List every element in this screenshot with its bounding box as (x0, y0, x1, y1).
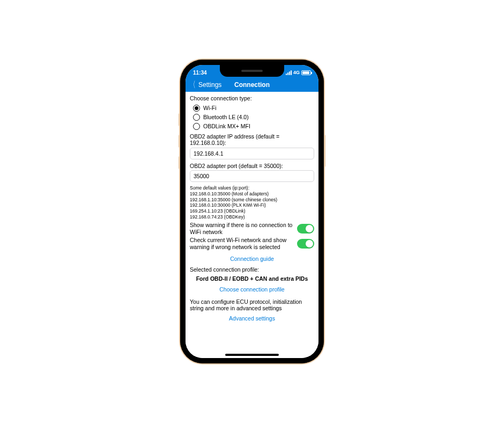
radio-label: Wi-Fi (203, 105, 217, 112)
chevron-left-icon: 〈 (190, 81, 196, 89)
defaults-hint-line: 192.168.0.74:23 (OBDKey) (190, 214, 314, 220)
port-input[interactable] (190, 170, 314, 182)
radio-label: Bluetooth LE (4.0) (203, 114, 249, 121)
toggle-wrong-network-row: Check current Wi-Fi network and show war… (190, 237, 314, 250)
radio-icon (193, 123, 200, 130)
connection-guide-link[interactable]: Connection guide (190, 252, 314, 266)
defaults-hint-title: Some default values (ip:port): (190, 185, 314, 191)
page-title: Connection (234, 81, 270, 89)
toggle-label: Check current Wi-Fi network and show war… (190, 237, 294, 250)
radio-icon (193, 105, 200, 112)
defaults-hint-line: 169.254.1.10:23 (OBDLink) (190, 208, 314, 214)
home-indicator[interactable] (225, 354, 279, 356)
phone-frame: 11:34 4G 〈 Settings Connection Choose co… (180, 60, 324, 363)
radio-bluetooth-le[interactable]: Bluetooth LE (4.0) (190, 113, 314, 122)
toggle-label: Show warning if there is no connection t… (190, 222, 294, 235)
toggle-no-wifi-warning[interactable] (297, 224, 314, 234)
selected-profile-value: Ford OBD-II / EOBD + CAN and extra PIDs (190, 273, 314, 283)
advanced-description: You can configure ECU protocol, initiali… (190, 298, 314, 312)
network-type-label: 4G (293, 70, 300, 75)
radio-icon (193, 114, 200, 121)
defaults-hint-line: 192.168.0.10:35000 (Most of adapters) (190, 191, 314, 197)
screen: 11:34 4G 〈 Settings Connection Choose co… (186, 65, 318, 358)
back-label: Settings (198, 81, 221, 89)
battery-icon (301, 70, 311, 75)
choose-profile-link[interactable]: Choose connection profile (190, 283, 314, 296)
toggle-no-wifi-warning-row: Show warning if there is no connection t… (190, 222, 314, 235)
cellular-signal-icon (286, 70, 292, 75)
defaults-hint-line: 192.168.1.10:35000 (some chinese clones) (190, 197, 314, 203)
status-right: 4G (286, 70, 311, 75)
connection-type-label: Choose connection type: (190, 95, 314, 102)
content-area: Choose connection type: Wi-Fi Bluetooth … (186, 92, 318, 358)
toggle-wrong-network-warning[interactable] (297, 239, 314, 249)
radio-wifi[interactable]: Wi-Fi (190, 104, 314, 113)
nav-bar: 〈 Settings Connection (186, 78, 318, 92)
defaults-hint-line: 192.168.0.10:30000 (PLX KiWi Wi-Fi) (190, 202, 314, 208)
back-button[interactable]: 〈 Settings (189, 78, 221, 92)
radio-label: OBDLink MX+ MFI (203, 123, 250, 130)
defaults-hint: Some default values (ip:port): 192.168.0… (190, 185, 314, 220)
port-label: OBD2 adapter port (default = 35000): (190, 163, 314, 170)
status-time: 11:34 (193, 70, 207, 76)
notch (220, 65, 284, 77)
radio-obdlink-mfi[interactable]: OBDLink MX+ MFI (190, 122, 314, 131)
selected-profile-label: Selected connection profile: (190, 266, 314, 273)
ip-address-input[interactable] (190, 148, 314, 159)
advanced-settings-link[interactable]: Advanced settings (190, 312, 314, 325)
ip-address-label: OBD2 adapter IP address (default = 192.1… (190, 133, 314, 147)
